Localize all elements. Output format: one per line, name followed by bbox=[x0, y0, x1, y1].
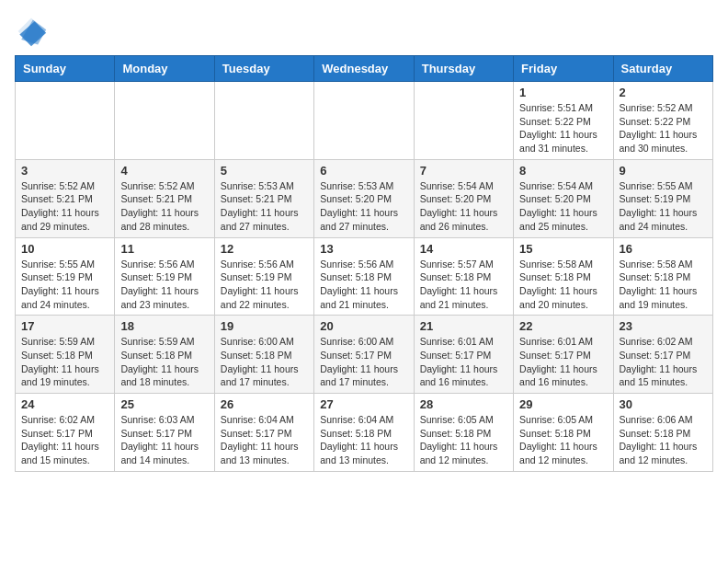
day-number: 14 bbox=[420, 242, 507, 256]
logo bbox=[15, 15, 51, 48]
day-info: Sunrise: 5:53 AM Sunset: 5:20 PM Dayligh… bbox=[320, 179, 407, 234]
day-info: Sunrise: 6:01 AM Sunset: 5:17 PM Dayligh… bbox=[420, 335, 507, 389]
day-info: Sunrise: 5:51 AM Sunset: 5:22 PM Dayligh… bbox=[519, 101, 607, 155]
calendar-cell: 30Sunrise: 6:06 AM Sunset: 5:18 PM Dayli… bbox=[613, 394, 712, 472]
calendar-cell: 20Sunrise: 6:00 AM Sunset: 5:17 PM Dayli… bbox=[314, 316, 414, 394]
calendar-cell: 19Sunrise: 6:00 AM Sunset: 5:18 PM Dayli… bbox=[214, 316, 313, 394]
calendar-cell: 17Sunrise: 5:59 AM Sunset: 5:18 PM Dayli… bbox=[16, 316, 115, 394]
day-number: 4 bbox=[120, 164, 208, 178]
calendar-cell: 28Sunrise: 6:05 AM Sunset: 5:18 PM Dayli… bbox=[414, 394, 513, 472]
calendar-table: SundayMondayTuesdayWednesdayThursdayFrid… bbox=[15, 55, 713, 472]
day-number: 3 bbox=[21, 164, 108, 178]
day-info: Sunrise: 6:04 AM Sunset: 5:18 PM Dayligh… bbox=[320, 413, 407, 467]
calendar-cell: 27Sunrise: 6:04 AM Sunset: 5:18 PM Dayli… bbox=[314, 394, 414, 472]
day-info: Sunrise: 5:56 AM Sunset: 5:19 PM Dayligh… bbox=[221, 258, 308, 312]
day-header-monday: Monday bbox=[115, 56, 214, 82]
calendar-body: 1Sunrise: 5:51 AM Sunset: 5:22 PM Daylig… bbox=[16, 82, 713, 472]
day-number: 28 bbox=[420, 397, 507, 411]
day-info: Sunrise: 6:02 AM Sunset: 5:17 PM Dayligh… bbox=[620, 335, 707, 389]
day-number: 8 bbox=[519, 164, 607, 178]
day-info: Sunrise: 6:04 AM Sunset: 5:17 PM Dayligh… bbox=[221, 413, 308, 467]
day-number: 11 bbox=[120, 242, 208, 256]
calendar-cell: 13Sunrise: 5:56 AM Sunset: 5:18 PM Dayli… bbox=[314, 237, 414, 316]
day-info: Sunrise: 5:54 AM Sunset: 5:20 PM Dayligh… bbox=[519, 179, 607, 234]
calendar-cell bbox=[314, 82, 414, 160]
svg-marker-2 bbox=[19, 21, 46, 46]
day-number: 24 bbox=[21, 397, 108, 411]
day-number: 7 bbox=[420, 164, 507, 178]
logo-icon bbox=[15, 15, 48, 48]
calendar-header: SundayMondayTuesdayWednesdayThursdayFrid… bbox=[16, 56, 713, 82]
day-number: 30 bbox=[620, 397, 707, 411]
calendar-cell: 16Sunrise: 5:58 AM Sunset: 5:18 PM Dayli… bbox=[613, 237, 712, 316]
calendar-cell: 5Sunrise: 5:53 AM Sunset: 5:21 PM Daylig… bbox=[214, 159, 313, 237]
week-row-5: 24Sunrise: 6:02 AM Sunset: 5:17 PM Dayli… bbox=[16, 394, 713, 472]
day-info: Sunrise: 5:59 AM Sunset: 5:18 PM Dayligh… bbox=[21, 335, 108, 389]
day-header-tuesday: Tuesday bbox=[214, 56, 313, 82]
day-number: 16 bbox=[620, 242, 707, 256]
calendar-cell: 26Sunrise: 6:04 AM Sunset: 5:17 PM Dayli… bbox=[214, 394, 313, 472]
day-info: Sunrise: 6:00 AM Sunset: 5:18 PM Dayligh… bbox=[221, 335, 308, 389]
calendar-cell: 14Sunrise: 5:57 AM Sunset: 5:18 PM Dayli… bbox=[414, 237, 513, 316]
calendar-cell: 11Sunrise: 5:56 AM Sunset: 5:19 PM Dayli… bbox=[115, 237, 214, 316]
day-info: Sunrise: 6:06 AM Sunset: 5:18 PM Dayligh… bbox=[620, 413, 707, 467]
day-number: 19 bbox=[221, 319, 308, 333]
calendar-cell: 9Sunrise: 5:55 AM Sunset: 5:19 PM Daylig… bbox=[613, 159, 712, 237]
day-number: 23 bbox=[620, 319, 707, 333]
day-header-sunday: Sunday bbox=[16, 56, 115, 82]
day-number: 27 bbox=[320, 397, 407, 411]
day-header-saturday: Saturday bbox=[613, 56, 712, 82]
day-number: 5 bbox=[221, 164, 308, 178]
calendar-cell: 4Sunrise: 5:52 AM Sunset: 5:21 PM Daylig… bbox=[115, 159, 214, 237]
day-number: 13 bbox=[320, 242, 407, 256]
day-info: Sunrise: 5:59 AM Sunset: 5:18 PM Dayligh… bbox=[120, 335, 208, 389]
calendar-cell: 15Sunrise: 5:58 AM Sunset: 5:18 PM Dayli… bbox=[514, 237, 613, 316]
calendar-cell: 21Sunrise: 6:01 AM Sunset: 5:17 PM Dayli… bbox=[414, 316, 513, 394]
day-number: 18 bbox=[120, 319, 208, 333]
day-header-friday: Friday bbox=[514, 56, 613, 82]
day-number: 12 bbox=[221, 242, 308, 256]
day-info: Sunrise: 5:55 AM Sunset: 5:19 PM Dayligh… bbox=[21, 258, 108, 312]
day-number: 25 bbox=[120, 397, 208, 411]
day-number: 1 bbox=[519, 86, 607, 99]
calendar-cell: 25Sunrise: 6:03 AM Sunset: 5:17 PM Dayli… bbox=[115, 394, 214, 472]
day-number: 26 bbox=[221, 397, 308, 411]
calendar-cell: 10Sunrise: 5:55 AM Sunset: 5:19 PM Dayli… bbox=[16, 237, 115, 316]
day-info: Sunrise: 5:52 AM Sunset: 5:22 PM Dayligh… bbox=[620, 101, 707, 155]
calendar-cell bbox=[115, 82, 214, 160]
day-info: Sunrise: 5:58 AM Sunset: 5:18 PM Dayligh… bbox=[519, 258, 607, 312]
day-info: Sunrise: 5:53 AM Sunset: 5:21 PM Dayligh… bbox=[221, 179, 308, 234]
day-number: 22 bbox=[519, 319, 607, 333]
calendar-cell: 22Sunrise: 6:01 AM Sunset: 5:17 PM Dayli… bbox=[514, 316, 613, 394]
page-header bbox=[15, 15, 713, 48]
day-number: 15 bbox=[519, 242, 607, 256]
calendar-cell: 2Sunrise: 5:52 AM Sunset: 5:22 PM Daylig… bbox=[613, 82, 712, 160]
day-info: Sunrise: 5:57 AM Sunset: 5:18 PM Dayligh… bbox=[420, 258, 507, 312]
day-info: Sunrise: 5:56 AM Sunset: 5:18 PM Dayligh… bbox=[320, 258, 407, 312]
day-number: 2 bbox=[620, 86, 707, 99]
calendar-cell: 23Sunrise: 6:02 AM Sunset: 5:17 PM Dayli… bbox=[613, 316, 712, 394]
calendar-cell: 24Sunrise: 6:02 AM Sunset: 5:17 PM Dayli… bbox=[16, 394, 115, 472]
day-info: Sunrise: 6:00 AM Sunset: 5:17 PM Dayligh… bbox=[320, 335, 407, 389]
calendar-cell: 8Sunrise: 5:54 AM Sunset: 5:20 PM Daylig… bbox=[514, 159, 613, 237]
day-info: Sunrise: 5:54 AM Sunset: 5:20 PM Dayligh… bbox=[420, 179, 507, 234]
day-info: Sunrise: 6:05 AM Sunset: 5:18 PM Dayligh… bbox=[519, 413, 607, 467]
calendar-cell bbox=[16, 82, 115, 160]
calendar-cell: 29Sunrise: 6:05 AM Sunset: 5:18 PM Dayli… bbox=[514, 394, 613, 472]
day-info: Sunrise: 5:55 AM Sunset: 5:19 PM Dayligh… bbox=[620, 179, 707, 234]
day-header-wednesday: Wednesday bbox=[314, 56, 414, 82]
calendar-cell bbox=[414, 82, 513, 160]
day-number: 20 bbox=[320, 319, 407, 333]
day-number: 21 bbox=[420, 319, 507, 333]
day-number: 10 bbox=[21, 242, 108, 256]
calendar-cell: 12Sunrise: 5:56 AM Sunset: 5:19 PM Dayli… bbox=[214, 237, 313, 316]
calendar-cell: 18Sunrise: 5:59 AM Sunset: 5:18 PM Dayli… bbox=[115, 316, 214, 394]
day-info: Sunrise: 5:56 AM Sunset: 5:19 PM Dayligh… bbox=[120, 258, 208, 312]
week-row-3: 10Sunrise: 5:55 AM Sunset: 5:19 PM Dayli… bbox=[16, 237, 713, 316]
calendar-cell bbox=[214, 82, 313, 160]
day-number: 17 bbox=[21, 319, 108, 333]
week-row-4: 17Sunrise: 5:59 AM Sunset: 5:18 PM Dayli… bbox=[16, 316, 713, 394]
week-row-1: 1Sunrise: 5:51 AM Sunset: 5:22 PM Daylig… bbox=[16, 82, 713, 160]
day-number: 6 bbox=[320, 164, 407, 178]
calendar-cell: 6Sunrise: 5:53 AM Sunset: 5:20 PM Daylig… bbox=[314, 159, 414, 237]
